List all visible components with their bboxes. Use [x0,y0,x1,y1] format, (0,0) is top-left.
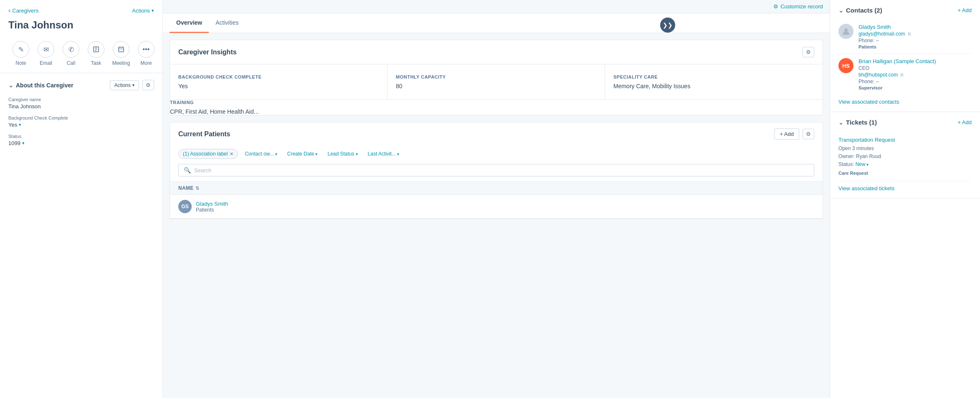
tickets-add-link[interactable]: + Add [957,119,972,125]
status-dropdown-icon[interactable]: ▾ [22,140,25,146]
about-title[interactable]: About this Caregiver [8,82,73,89]
field-background-check-label: Background Check Complete [8,115,154,120]
ticket-status-badge[interactable]: New [856,161,869,168]
contact-owner-filter[interactable]: Contact ow... [241,149,280,158]
tickets-section-title[interactable]: Tickets (1) [838,119,877,126]
about-header: About this Caregiver Actions ⚙ [8,80,154,90]
field-status-label: Status [8,134,154,139]
tickets-section-header: Tickets (1) + Add [838,119,972,126]
association-label-filter-text: (1) Association label [183,151,228,157]
ticket-card-transportation: Transportation Request Open 3 minutes Ow… [838,132,972,181]
insight-speciality-care-value: Memory Care, Mobility Issues [613,83,814,89]
ticket-owner: Owner: Ryan Ruud [838,153,972,161]
ticket-name-link[interactable]: Transportation Request [838,137,972,143]
ticket-open-time: Open 3 minutes [838,145,972,153]
view-tickets-link[interactable]: View associated tickets [838,185,972,191]
about-gear-button[interactable]: ⚙ [142,80,154,90]
insight-speciality-care-label: SPECIALITY CARE [613,74,814,79]
sort-icon[interactable]: ⇅ [195,186,199,191]
tab-overview[interactable]: Overview [170,13,209,33]
navigation-chevron-button[interactable]: ❯❯ [660,18,675,33]
brian-details: Brian Halligan (Sample Contact) CEO bh@h… [858,58,936,90]
field-caregiver-name: Caregiver name Tina Johnson [8,97,154,110]
patients-gear-button[interactable]: ⚙ [803,129,814,139]
svg-point-2 [844,28,848,32]
last-activity-filter[interactable]: Last Activit... [365,149,403,158]
tickets-section: Tickets (1) + Add Transportation Request… [830,112,980,199]
copy-icon-brian[interactable]: ⎘ [901,72,904,77]
contact-name: Tina Johnson [0,19,162,38]
contacts-section-header: Contacts (2) + Add [838,7,972,14]
create-date-filter[interactable]: Create Date [284,149,321,158]
tabs-bar: Overview Activities [163,13,830,33]
insight-monthly-capacity: MONTHLY CAPACITY 80 [387,64,605,100]
brian-email-link[interactable]: bh@hubspot.com ⎘ [858,72,936,78]
background-check-dropdown-icon[interactable]: ▾ [19,122,21,128]
lead-status-filter[interactable]: Lead Status [324,149,361,158]
task-icon [88,41,104,58]
task-label: Task [91,60,101,66]
insight-speciality-care: SPECIALITY CARE Memory Care, Mobility Is… [605,64,823,100]
insights-gear-button[interactable]: ⚙ [803,47,814,57]
gladys-details: Gladys Smith gladys@hotmail.com ⎘ Phone:… [858,24,911,49]
tab-activities[interactable]: Activities [209,13,245,33]
patient-name-link[interactable]: Gladys Smith [196,201,228,207]
task-action[interactable]: Task [84,41,109,66]
ticket-meta: Open 3 minutes Owner: Ryan Ruud Status: … [838,145,972,169]
field-status-value[interactable]: 1099 ▾ [8,140,154,146]
brian-role: CEO [858,65,936,71]
insight-monthly-capacity-value: 80 [396,83,596,89]
gladys-email-link[interactable]: gladys@hotmail.com ⎘ [858,31,911,37]
insight-monthly-capacity-label: MONTHLY CAPACITY [396,74,596,79]
field-background-check: Background Check Complete Yes ▾ [8,115,154,128]
call-action[interactable]: ✆ Call [58,41,84,66]
insight-training-value: CPR, First Aid, Home Health Aid... [170,108,823,115]
email-action[interactable]: ✉ Email [33,41,58,66]
back-link[interactable]: Caregivers [8,7,38,14]
brian-name-link[interactable]: Brian Halligan (Sample Contact) [858,58,936,64]
insight-background-check: BACKGROUND CHECK COMPLETE Yes [170,64,387,100]
gladys-name-link[interactable]: Gladys Smith [858,24,911,30]
svg-rect-1 [119,47,124,52]
table-row: GS Gladys Smith Patients [170,195,823,219]
insight-training: TRAINING CPR, First Aid, Home Health Aid… [170,100,823,115]
meeting-label: Meeting [112,60,130,66]
right-panel: Contacts (2) + Add Gladys Smith gladys@h… [830,0,980,398]
table-col-name: NAME ⇅ [178,185,814,191]
main-wrapper: Customize record ❯❯ Overview Activities … [163,0,830,398]
note-action[interactable]: ✎ Note [8,41,33,66]
insights-card-header: Caregiver Insights ⚙ [170,40,823,64]
about-actions-button[interactable]: Actions [110,80,139,90]
contacts-section-title[interactable]: Contacts (2) [838,7,882,14]
field-status: Status 1099 ▾ [8,134,154,146]
sidebar-header: Caregivers Actions [0,0,162,19]
field-caregiver-name-label: Caregiver name [8,97,154,102]
insights-card-title: Caregiver Insights [178,48,237,56]
copy-icon[interactable]: ⎘ [908,31,911,36]
association-label-filter-close[interactable]: ✕ [230,151,233,157]
more-action[interactable]: ••• More [134,41,159,66]
ticket-status-row: Status: New [838,161,972,168]
gladys-phone: Phone: -- [858,38,911,43]
patients-add-button[interactable]: + Add [774,128,799,140]
contact-card-gladys: Gladys Smith gladys@hotmail.com ⎘ Phone:… [838,20,972,54]
gladys-badge: Patients [858,44,911,49]
association-label-filter[interactable]: (1) Association label ✕ [178,149,238,159]
insight-background-check-value: Yes [178,83,379,89]
sidebar: Caregivers Actions Tina Johnson ✎ Note ✉… [0,0,163,398]
contacts-add-link[interactable]: + Add [957,7,972,13]
more-icon: ••• [138,41,154,58]
about-section: About this Caregiver Actions ⚙ Caregiver… [0,73,162,159]
view-contacts-link[interactable]: View associated contacts [838,99,972,105]
insights-grid: BACKGROUND CHECK COMPLETE Yes MONTHLY CA… [170,64,823,100]
search-input[interactable] [194,167,278,173]
field-background-check-value[interactable]: Yes ▾ [8,122,154,128]
meeting-action[interactable]: Meeting [109,41,134,66]
search-bar[interactable]: 🔍 [178,164,814,176]
brian-phone: Phone: -- [858,79,936,84]
actions-button[interactable]: Actions [132,8,154,14]
insights-card: Caregiver Insights ⚙ BACKGROUND CHECK CO… [170,40,823,115]
patient-avatar: GS [178,200,192,213]
customize-record-link[interactable]: Customize record [773,3,823,10]
email-icon: ✉ [38,41,54,58]
